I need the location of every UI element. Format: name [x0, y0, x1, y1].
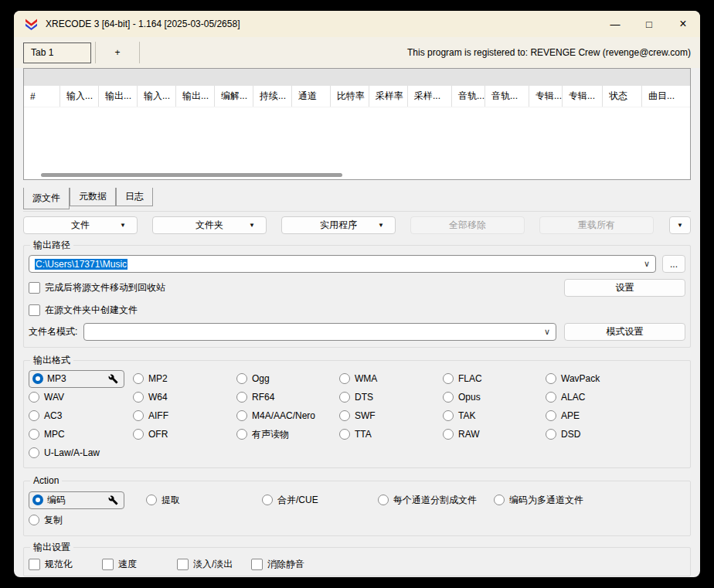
move-to-recycle-label: 完成后将源文件移动到回收站 [45, 281, 165, 294]
radio-selected-icon [32, 495, 43, 505]
radio-selected-icon [32, 373, 43, 384]
column-header[interactable]: # [24, 86, 60, 107]
column-header[interactable]: 音轨... [485, 86, 529, 107]
tab-tab1[interactable]: Tab 1 [23, 42, 91, 63]
folder-dropdown-button[interactable]: 文件夹 ▼ [152, 216, 267, 234]
move-to-recycle-checkbox-item[interactable]: 完成后将源文件移动到回收站 [29, 281, 165, 294]
utilities-dropdown-button[interactable]: 实用程序 ▼ [281, 216, 396, 234]
action-option-multichannel[interactable]: 编码为多通道文件 [494, 491, 583, 508]
action-row: 编码 提取 合并/CUE 每个通道分割成文件 编码为多通道文件 [29, 491, 685, 509]
format-label: FLAC [458, 373, 482, 384]
format-option-tak[interactable]: TAK [443, 407, 546, 424]
format-label: WMA [355, 373, 377, 384]
action-label: 编码 [47, 494, 66, 507]
column-header[interactable]: 输入... [138, 86, 176, 107]
format-option-dsd[interactable]: DSD [546, 426, 685, 443]
filename-pattern-row: 文件名模式: ∨ 模式设置 [29, 323, 685, 341]
wrench-icon[interactable] [108, 495, 118, 505]
file-dropdown-button[interactable]: 文件 ▼ [23, 216, 138, 234]
column-header[interactable]: 专辑... [563, 86, 603, 107]
format-option-w64[interactable]: W64 [133, 389, 236, 406]
tab-source-files[interactable]: 源文件 [23, 188, 70, 209]
radio-icon [494, 495, 505, 505]
browse-button[interactable]: ... [662, 255, 685, 273]
format-option-aiff[interactable]: AIFF [133, 407, 236, 424]
filename-pattern-combobox[interactable]: ∨ [83, 323, 556, 341]
settings-button[interactable]: 设置 [564, 279, 685, 297]
chevron-down-icon: ∨ [644, 260, 650, 268]
action-option-copy[interactable]: 复制 [29, 512, 63, 529]
format-option-ofr[interactable]: OFR [133, 426, 236, 443]
format-option-ape[interactable]: APE [546, 407, 685, 424]
column-header[interactable]: 音轨... [452, 86, 485, 107]
add-tab-button[interactable]: + [96, 42, 139, 63]
format-option-opus[interactable]: Opus [443, 389, 546, 406]
format-option-mpc[interactable]: MPC [29, 426, 133, 443]
action-option-merge-cue[interactable]: 合并/CUE [262, 491, 378, 508]
column-header[interactable]: 通道 [292, 86, 331, 107]
format-label: M4A/AAC/Nero [252, 410, 315, 421]
column-header[interactable]: 状态 [603, 86, 642, 107]
format-option-m4a-aac-nero[interactable]: M4A/AAC/Nero [236, 407, 339, 424]
format-label: TAK [458, 410, 475, 421]
minimize-button[interactable]: — [598, 11, 632, 37]
format-label: MP2 [148, 373, 168, 384]
format-option-tta[interactable]: TTA [339, 426, 443, 443]
action-group: Action 编码 提取 合并/CUE 每个通道分割成文件 编码为多通道文件 [23, 481, 691, 536]
column-header[interactable]: 持续... [253, 86, 292, 107]
tab-log[interactable]: 日志 [116, 188, 153, 206]
wrench-icon[interactable] [108, 374, 118, 384]
remove-silence-label: 消除静音 [267, 558, 304, 571]
fade-checkbox-item[interactable]: 淡入/淡出 [177, 557, 251, 571]
column-header[interactable]: 比特率 [331, 86, 369, 107]
normalize-checkbox-item[interactable]: 规范化 [29, 557, 102, 571]
format-option-wav[interactable]: WAV [29, 389, 133, 406]
create-in-source-checkbox-item[interactable]: 在源文件夹中创建文件 [29, 304, 685, 316]
column-header[interactable]: 专辑... [529, 86, 563, 107]
tab-metadata[interactable]: 元数据 [70, 188, 116, 206]
format-option-flac[interactable]: FLAC [443, 370, 546, 387]
column-header[interactable]: 编解... [215, 86, 253, 107]
format-option-alac[interactable]: ALAC [546, 389, 685, 406]
format-option-ulaw-alaw[interactable]: U-Law/A-Law [29, 444, 133, 461]
format-option-audiobook[interactable]: 有声读物 [236, 426, 339, 443]
format-option-swf[interactable]: SWF [339, 407, 443, 424]
format-option-rf64[interactable]: RF64 [236, 389, 339, 406]
remove-silence-checkbox-item[interactable]: 消除静音 [251, 557, 304, 571]
column-header[interactable]: 曲目... [642, 86, 690, 107]
format-option-wma[interactable]: WMA [339, 370, 443, 387]
output-path-value: C:\Users\17371\Music [35, 259, 128, 270]
format-option-mp2[interactable]: MP2 [133, 370, 236, 387]
scrollbar-thumb[interactable] [41, 173, 342, 177]
column-header[interactable]: 采样... [408, 86, 452, 107]
maximize-button[interactable]: □ [632, 11, 666, 37]
action-option-split-channels[interactable]: 每个通道分割成文件 [378, 491, 494, 508]
utilities-button-label: 实用程序 [320, 219, 357, 232]
column-header[interactable]: 输出... [176, 86, 215, 107]
output-path-combobox[interactable]: C:\Users\17371\Music ∨ [29, 255, 656, 273]
column-header[interactable]: 采样率 [369, 86, 408, 107]
radio-icon [236, 373, 247, 384]
format-option-ogg[interactable]: Ogg [236, 370, 339, 387]
close-button[interactable]: × [666, 11, 700, 37]
format-label: RF64 [252, 392, 274, 403]
selected-action-box[interactable]: 编码 [29, 491, 124, 509]
horizontal-scrollbar[interactable] [24, 170, 690, 179]
column-header[interactable]: 输出... [99, 86, 138, 107]
format-label: SWF [355, 410, 376, 421]
output-path-group-label: 输出路径 [30, 240, 73, 250]
format-label: APE [561, 410, 580, 421]
action-label: 复制 [44, 514, 63, 527]
format-option-dts[interactable]: DTS [339, 389, 443, 406]
format-option-wavpack[interactable]: WavPack [546, 370, 685, 387]
action-option-extract[interactable]: 提取 [146, 491, 262, 508]
format-option-raw[interactable]: RAW [443, 426, 546, 443]
column-header[interactable]: 输入... [60, 86, 99, 107]
pattern-settings-button[interactable]: 模式设置 [564, 323, 685, 341]
extra-dropdown-button[interactable]: ▼ [669, 216, 691, 234]
selected-format-box[interactable]: MP3 [29, 370, 124, 388]
speed-checkbox-item[interactable]: 速度 [102, 557, 177, 571]
format-option-ac3[interactable]: AC3 [29, 407, 133, 424]
format-option-mp3[interactable]: MP3 [29, 370, 133, 387]
action-option-encode[interactable]: 编码 [29, 491, 146, 509]
